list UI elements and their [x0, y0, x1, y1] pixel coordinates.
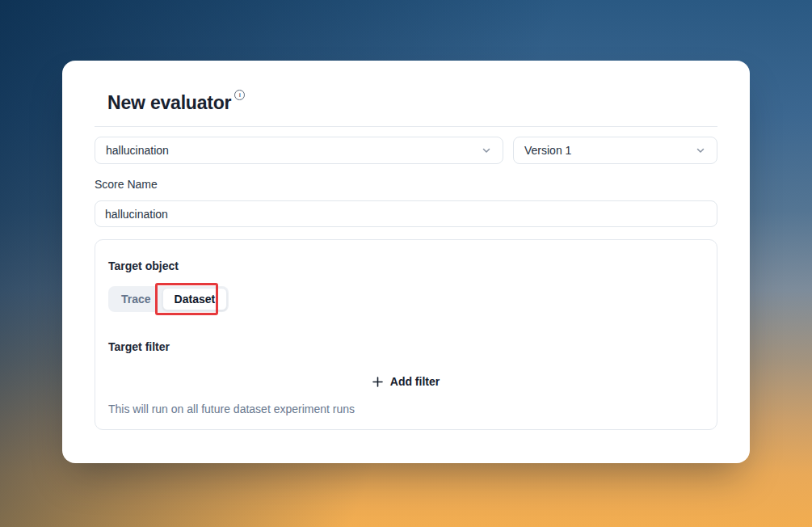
- evaluator-template-select[interactable]: hallucination: [95, 137, 503, 164]
- new-evaluator-modal: New evaluator i hallucination Version 1 …: [62, 61, 750, 463]
- add-filter-button[interactable]: Add filter: [372, 372, 440, 391]
- toggle-option-dataset[interactable]: Dataset: [162, 288, 228, 310]
- target-settings-card: Target object Trace Dataset Target filte…: [95, 239, 717, 430]
- header-divider: [95, 126, 717, 127]
- target-filter-label: Target filter: [108, 340, 704, 354]
- target-object-label: Target object: [108, 259, 704, 273]
- target-object-toggle: Trace Dataset: [108, 286, 229, 312]
- target-helper-text: This will run on all future dataset expe…: [108, 403, 704, 416]
- version-select-value: Version 1: [524, 144, 571, 157]
- desktop-background: New evaluator i hallucination Version 1 …: [0, 0, 812, 527]
- evaluator-select-row: hallucination Version 1: [95, 137, 717, 164]
- evaluator-select-value: hallucination: [106, 144, 169, 157]
- toggle-option-trace[interactable]: Trace: [110, 288, 162, 310]
- add-filter-label: Add filter: [390, 375, 440, 388]
- version-select[interactable]: Version 1: [513, 137, 717, 164]
- add-filter-row: Add filter: [108, 372, 704, 391]
- info-icon[interactable]: i: [234, 90, 245, 100]
- chevron-down-icon: [481, 145, 492, 156]
- score-name-label: Score Name: [95, 178, 717, 191]
- target-object-toggle-wrap: Trace Dataset: [108, 286, 229, 312]
- plus-icon: [372, 377, 383, 387]
- modal-header: New evaluator i: [107, 91, 717, 114]
- chevron-down-icon: [695, 145, 706, 156]
- score-name-input[interactable]: [95, 200, 717, 227]
- page-title: New evaluator: [107, 91, 231, 114]
